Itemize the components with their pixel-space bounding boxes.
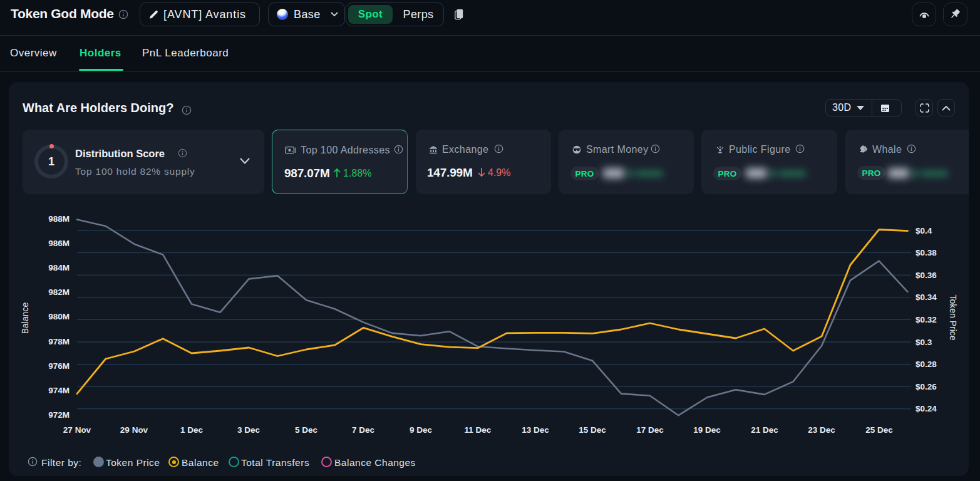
svg-text:21 Dec: 21 Dec — [751, 425, 778, 435]
svg-text:23 Dec: 23 Dec — [808, 425, 835, 435]
svg-text:982M: 982M — [48, 287, 70, 297]
svg-text:$0.32: $0.32 — [916, 315, 937, 324]
svg-text:$0.36: $0.36 — [916, 271, 937, 280]
svg-text:25 Dec: 25 Dec — [865, 425, 893, 435]
svg-text:972M: 972M — [48, 410, 70, 420]
svg-text:$0.28: $0.28 — [916, 359, 937, 369]
svg-text:29 Nov: 29 Nov — [120, 425, 148, 435]
svg-text:3 Dec: 3 Dec — [237, 425, 260, 435]
svg-text:978M: 978M — [48, 337, 70, 346]
svg-text:9 Dec: 9 Dec — [410, 425, 433, 435]
svg-text:$0.34: $0.34 — [916, 292, 937, 302]
svg-text:19 Dec: 19 Dec — [693, 425, 721, 435]
svg-text:$0.38: $0.38 — [916, 248, 937, 257]
svg-text:13 Dec: 13 Dec — [522, 425, 549, 435]
svg-text:1 Dec: 1 Dec — [180, 425, 204, 435]
svg-text:11 Dec: 11 Dec — [465, 425, 492, 435]
svg-text:17 Dec: 17 Dec — [636, 425, 664, 435]
svg-text:980M: 980M — [48, 312, 70, 321]
svg-text:984M: 984M — [48, 263, 70, 272]
svg-text:$0.24: $0.24 — [916, 404, 937, 413]
svg-text:$0.3: $0.3 — [916, 338, 932, 347]
svg-text:27 Nov: 27 Nov — [63, 425, 91, 435]
svg-text:988M: 988M — [48, 214, 70, 224]
svg-text:Balance: Balance — [20, 302, 30, 334]
svg-text:974M: 974M — [48, 386, 70, 395]
svg-text:Token Price: Token Price — [948, 294, 958, 340]
svg-text:7 Dec: 7 Dec — [352, 425, 375, 435]
svg-text:976M: 976M — [48, 361, 70, 371]
svg-text:15 Dec: 15 Dec — [579, 425, 606, 435]
svg-text:$0.26: $0.26 — [916, 382, 937, 391]
svg-text:$0.4: $0.4 — [916, 226, 932, 235]
svg-text:986M: 986M — [48, 239, 70, 248]
svg-text:5 Dec: 5 Dec — [295, 425, 318, 435]
